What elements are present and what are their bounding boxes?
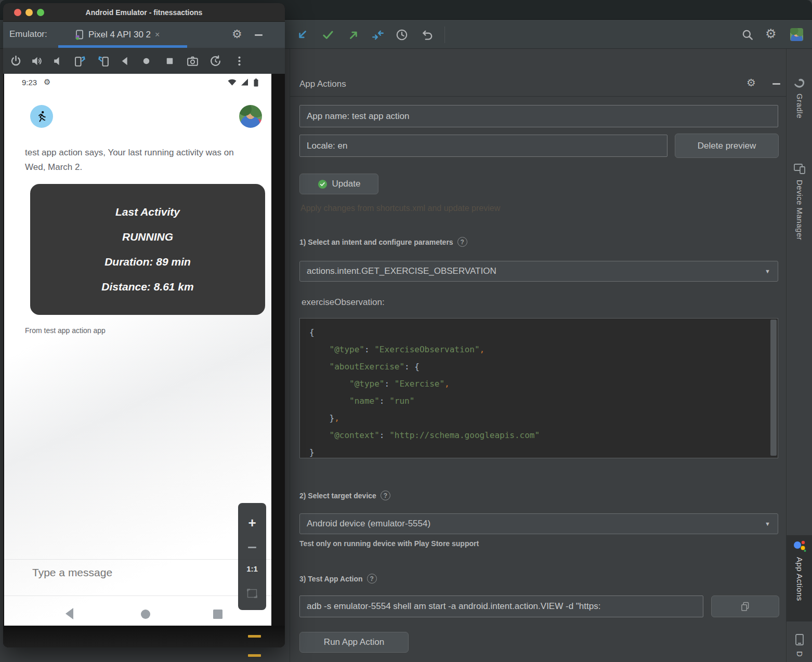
fit-to-window-button[interactable] [247, 589, 257, 598]
battery-icon [254, 78, 258, 87]
user-profile-avatar[interactable] [239, 105, 262, 128]
card-distance: Distance: 8.61 km [30, 281, 265, 293]
emulator-zoom-panel: + 1:1 [238, 503, 266, 610]
tab-close-icon[interactable]: × [155, 30, 160, 39]
resize-marker-dash [248, 635, 261, 638]
intent-dropdown[interactable]: actions.intent.GET_EXERCISE_OBSERVATION … [299, 261, 778, 282]
tab-bottom-partial-label: D [795, 651, 804, 657]
panel-hide-icon[interactable] [772, 83, 780, 85]
volume-up-icon[interactable] [30, 55, 43, 68]
code-scrollbar[interactable] [770, 320, 777, 456]
intent-parameters-code-editor[interactable]: { "@type": "ExerciseObservation", "about… [299, 318, 778, 458]
history-clock-icon[interactable] [395, 28, 409, 42]
right-tool-stripe: Gradle Device Manager App Actions D [786, 49, 812, 662]
nav-overview-icon[interactable] [213, 610, 222, 619]
settings-gear-icon[interactable]: ⚙ [765, 27, 779, 40]
app-name-value: App name: test app action [307, 111, 410, 122]
emulator-device-tab[interactable]: Pixel 4 API 30 2 × [61, 22, 189, 48]
step1-text: 1) Select an intent and configure parame… [299, 238, 453, 246]
zoom-in-button[interactable]: + [248, 515, 256, 531]
step3-help-icon[interactable]: ? [367, 574, 377, 584]
zoom-out-button[interactable] [248, 547, 256, 548]
tab-app-actions-label: App Actions [795, 557, 804, 601]
vcs-update-icon[interactable] [295, 28, 309, 42]
update-label: Update [332, 179, 361, 189]
emulator-minimize-icon[interactable] [255, 34, 263, 36]
phone-statusbar: 9:23 ⚙ [4, 74, 271, 91]
step2-help-icon[interactable]: ? [381, 491, 390, 500]
overview-icon[interactable] [163, 55, 176, 68]
wifi-icon [228, 78, 237, 86]
power-icon[interactable] [9, 55, 22, 68]
device-value: Android device (emulator-5554) [307, 519, 430, 529]
intent-value: actions.intent.GET_EXERCISE_OBSERVATION [307, 266, 496, 276]
status-time: 9:23 [22, 78, 37, 87]
locale-field[interactable]: Locale: en [299, 135, 667, 157]
zoom-reset-button[interactable]: 1:1 [246, 564, 258, 573]
emulator-prefix-label: Emulator: [9, 29, 47, 39]
snapshots-icon[interactable] [209, 55, 222, 68]
delete-preview-label: Delete preview [698, 141, 756, 151]
adb-command-field[interactable]: adb -s emulator-5554 shell am start -a a… [299, 595, 703, 617]
user-avatar[interactable] [790, 28, 803, 41]
run-app-action-button[interactable]: Run App Action [299, 632, 409, 653]
divider [4, 595, 271, 596]
emulator-settings-gear-icon[interactable]: ⚙ [232, 29, 242, 40]
app-actions-panel-header: App Actions ⚙ [290, 73, 787, 97]
virtual-device-icon [75, 30, 84, 40]
volume-down-icon[interactable] [51, 55, 64, 68]
tab-gradle[interactable]: Gradle [787, 74, 812, 158]
dropdown-caret-icon: ▼ [765, 268, 770, 274]
step2-text: 2) Select target device [299, 492, 376, 500]
device-hint-text: Test only on running device with Play St… [299, 539, 479, 548]
more-options-icon[interactable] [233, 55, 246, 68]
app-name-field[interactable]: App name: test app action [299, 105, 778, 127]
param-label: exerciseObservation: [302, 297, 385, 308]
tab-bottom-partial[interactable]: D [787, 633, 812, 662]
cell-signal-icon [241, 78, 248, 86]
delete-preview-button[interactable]: Delete preview [675, 134, 779, 158]
device-manager-icon [793, 162, 806, 175]
card-duration: Duration: 89 min [30, 256, 265, 268]
tab-app-actions[interactable]: App Actions [787, 535, 812, 621]
source-app-label: From test app action app [25, 326, 106, 335]
message-input[interactable] [32, 566, 230, 579]
step3-label: 3) Test App Action ? [299, 574, 377, 584]
locale-value: Locale: en [307, 141, 347, 151]
emulator-tabbar: Emulator: Pixel 4 API 30 2 × ⚙ [3, 22, 285, 48]
update-button[interactable]: Update [299, 174, 378, 194]
emulator-window-title: Android Emulator - fitnessactions [3, 3, 285, 22]
step2-label: 2) Select target device ? [299, 491, 390, 500]
card-title: Last Activity [30, 206, 265, 218]
run-app-action-label: Run App Action [324, 637, 384, 647]
nav-home-icon[interactable] [140, 609, 151, 619]
panel-gear-icon[interactable]: ⚙ [746, 77, 756, 88]
screenshot-root: ⚙ App Actions ⚙ App name: test app actio… [0, 0, 812, 662]
step1-label: 1) Select an intent and configure parame… [299, 237, 467, 247]
tab-device-manager[interactable]: Device Manager [787, 162, 812, 256]
back-icon[interactable] [119, 55, 132, 68]
app-avatar[interactable] [30, 105, 53, 128]
app-actions-panel: App Actions ⚙ App name: test app action … [290, 49, 786, 662]
rotate-left-icon[interactable] [74, 55, 87, 68]
gradle-elephant-icon [793, 77, 806, 88]
resize-marker-dash [248, 654, 261, 657]
vcs-commit-icon[interactable] [321, 28, 335, 42]
toolbar-separator [444, 27, 445, 43]
step3-text: 3) Test App Action [299, 575, 363, 583]
target-device-dropdown[interactable]: Android device (emulator-5554) ▼ [299, 513, 778, 534]
rotate-right-icon[interactable] [97, 55, 110, 68]
vcs-merge-arrows-icon[interactable] [371, 28, 385, 42]
vcs-push-icon[interactable] [347, 28, 361, 42]
step1-help-icon[interactable]: ? [457, 237, 467, 247]
tab-gradle-label: Gradle [795, 94, 804, 118]
nav-back-icon[interactable] [63, 607, 76, 620]
copy-command-button[interactable] [711, 595, 779, 617]
home-icon[interactable] [140, 55, 153, 68]
panel-title: App Actions [299, 79, 346, 89]
divider [4, 559, 271, 560]
search-icon[interactable] [741, 28, 754, 42]
rollback-undo-icon[interactable] [420, 28, 434, 42]
assistant-response-text: test app action says, Your last running … [25, 145, 238, 175]
screenshot-camera-icon[interactable] [186, 55, 199, 68]
